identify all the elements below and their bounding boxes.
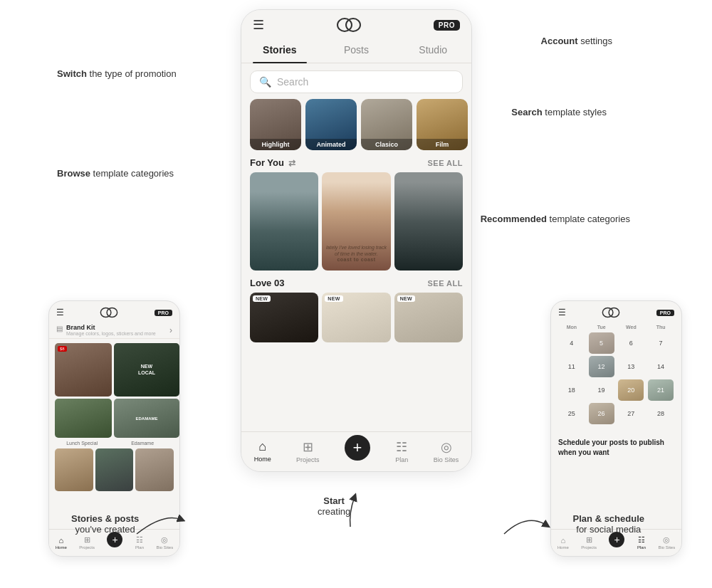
love-see-all[interactable]: SEE ALL bbox=[427, 279, 463, 288]
category-animated-label: Animated bbox=[305, 139, 357, 150]
svg-point-1 bbox=[346, 19, 360, 31]
thumb-sm-1[interactable] bbox=[55, 448, 93, 491]
nav-biosites-label: Bio Sites bbox=[434, 456, 459, 463]
nav-projects[interactable]: ⊞ Projects bbox=[296, 439, 320, 463]
for-you-header: For You ⇄ SEE ALL bbox=[241, 150, 471, 172]
left-projects-label: Projects bbox=[79, 545, 95, 550]
edamame-label: EDAMAME bbox=[136, 416, 158, 421]
template-surf[interactable]: lately I've loved losing trackof time in… bbox=[322, 172, 390, 271]
right-biosites-icon: ◎ bbox=[663, 535, 670, 545]
right-nav-biosites[interactable]: ◎ Bio Sites bbox=[659, 535, 676, 550]
cal-cell-14[interactable]: 14 bbox=[648, 356, 674, 377]
cal-cell-27[interactable]: 27 bbox=[618, 403, 644, 424]
love-card-3[interactable]: NEW bbox=[394, 293, 463, 342]
cal-cell-19[interactable]: 19 bbox=[589, 379, 614, 401]
cal-cell-11[interactable]: 11 bbox=[559, 356, 585, 377]
thumb-captions: Lunch Special Edamame bbox=[49, 441, 179, 446]
cal-cell-26[interactable]: 26 bbox=[589, 403, 614, 424]
svg-point-5 bbox=[609, 308, 619, 317]
schedule-text: Schedule your posts to publish when you … bbox=[551, 431, 681, 457]
left-menu-icon[interactable]: ☰ bbox=[56, 308, 64, 317]
nav-plan-label: Plan bbox=[395, 456, 408, 463]
category-highlight[interactable]: Highlight bbox=[250, 99, 301, 150]
cal-tue: Tue bbox=[589, 325, 614, 330]
nav-biosites[interactable]: ◎ Bio Sites bbox=[434, 439, 459, 463]
cal-cell-28[interactable]: 28 bbox=[648, 403, 674, 424]
home-icon: ⌂ bbox=[258, 439, 266, 454]
tab-studio[interactable]: Studio bbox=[394, 38, 471, 63]
love-card-2[interactable]: NEW bbox=[322, 293, 390, 342]
right-projects-label: Projects bbox=[581, 545, 597, 550]
left-nav-biosites[interactable]: ◎ Bio Sites bbox=[157, 535, 174, 550]
search-bar[interactable]: 🔍 Search bbox=[250, 70, 463, 93]
cal-thu: Thu bbox=[648, 325, 674, 330]
category-film[interactable]: Film bbox=[417, 99, 468, 150]
cal-cell-13[interactable]: 13 bbox=[618, 356, 644, 377]
love-card-1[interactable]: NEW bbox=[250, 293, 318, 342]
thumb-grid-2 bbox=[49, 446, 179, 494]
thumb-sm-2[interactable] bbox=[95, 448, 134, 491]
right-nav-projects[interactable]: ⊞ Projects bbox=[581, 535, 597, 550]
search-input[interactable]: Search bbox=[277, 76, 454, 88]
left-home-icon: ⌂ bbox=[58, 536, 63, 545]
phone-header: ☰ PRO bbox=[241, 10, 471, 38]
annotation-account: Account settings bbox=[541, 36, 612, 46]
cal-cell-12[interactable]: 12 bbox=[589, 356, 614, 377]
surf-label: coast to coast bbox=[337, 257, 375, 262]
new-badge-2: NEW bbox=[325, 295, 342, 302]
annotation-search: Search template styles bbox=[511, 107, 607, 117]
categories-row: Highlight Animated Clasico Film bbox=[241, 99, 471, 150]
cal-cell-21[interactable]: 21 bbox=[648, 379, 674, 401]
category-animated[interactable]: Animated bbox=[305, 99, 357, 150]
left-plan-label: Plan bbox=[135, 545, 144, 550]
cal-cell-25[interactable]: 25 bbox=[559, 403, 585, 424]
left-biosites-label: Bio Sites bbox=[157, 545, 174, 550]
calendar-grid: Mon Tue Wed Thu 4 5 6 7 11 12 13 14 18 1… bbox=[551, 322, 681, 431]
tab-posts[interactable]: Posts bbox=[318, 38, 395, 63]
brand-kit-title: Brand Kit bbox=[66, 324, 156, 331]
tab-stories[interactable]: Stories bbox=[241, 38, 318, 63]
brand-kit-row[interactable]: ▤ Brand Kit Manage colors, logos, sticke… bbox=[49, 322, 179, 339]
projects-icon: ⊞ bbox=[303, 439, 313, 455]
left-nav-home[interactable]: ⌂ Home bbox=[56, 536, 67, 550]
cal-row-2: 11 12 13 14 bbox=[557, 356, 676, 377]
template-wave[interactable] bbox=[250, 172, 318, 271]
right-projects-icon: ⊞ bbox=[586, 535, 592, 545]
shuffle-icon[interactable]: ⇄ bbox=[288, 158, 295, 168]
svg-point-4 bbox=[603, 308, 614, 317]
category-clasico[interactable]: Clasico bbox=[361, 99, 412, 150]
nav-home[interactable]: ⌂ Home bbox=[254, 439, 271, 463]
left-phone-header: ☰ PRO bbox=[49, 301, 179, 322]
templates-row: lately I've loved losing trackof time in… bbox=[241, 172, 471, 271]
cal-cell-7[interactable]: 7 bbox=[648, 332, 674, 354]
nav-plus-button[interactable]: + bbox=[345, 435, 370, 461]
thumb-edamame[interactable]: EDAMAME bbox=[114, 399, 179, 438]
right-home-icon: ⌂ bbox=[560, 536, 565, 545]
menu-icon[interactable]: ☰ bbox=[253, 17, 264, 33]
annotation-browse: Browse template categories bbox=[57, 168, 174, 179]
thumb-new-local[interactable]: NEWLOCAL bbox=[114, 343, 179, 397]
cal-cell-6[interactable]: 6 bbox=[618, 332, 644, 354]
plan-icon: ☷ bbox=[396, 439, 407, 455]
nav-plan[interactable]: ☷ Plan bbox=[395, 439, 408, 463]
template-storm[interactable] bbox=[394, 172, 463, 271]
love-title: Love 03 bbox=[250, 278, 284, 288]
right-menu-icon[interactable]: ☰ bbox=[558, 308, 566, 317]
cal-cell-18[interactable]: 18 bbox=[559, 379, 585, 401]
right-nav-plan[interactable]: ☷ Plan bbox=[637, 535, 646, 550]
right-pro-badge: PRO bbox=[656, 310, 674, 316]
thumb-food-1[interactable]: $8 bbox=[55, 343, 112, 397]
thumb-food-2[interactable] bbox=[55, 399, 112, 438]
right-home-label: Home bbox=[557, 545, 569, 550]
thumb-sm-3[interactable] bbox=[135, 448, 174, 491]
right-nav-home[interactable]: ⌂ Home bbox=[557, 536, 569, 550]
biosites-icon: ◎ bbox=[441, 439, 452, 455]
left-nav-projects[interactable]: ⊞ Projects bbox=[79, 535, 95, 550]
brand-kit-subtitle: Manage colors, logos, stickers and more bbox=[66, 331, 156, 336]
left-nav-plan[interactable]: ☷ Plan bbox=[135, 535, 144, 550]
for-you-see-all[interactable]: SEE ALL bbox=[427, 159, 463, 167]
cal-cell-20[interactable]: 20 bbox=[618, 379, 644, 401]
cal-cell-4[interactable]: 4 bbox=[559, 332, 585, 354]
cal-cell-5[interactable]: 5 bbox=[589, 332, 614, 354]
left-plan-icon: ☷ bbox=[136, 535, 143, 545]
